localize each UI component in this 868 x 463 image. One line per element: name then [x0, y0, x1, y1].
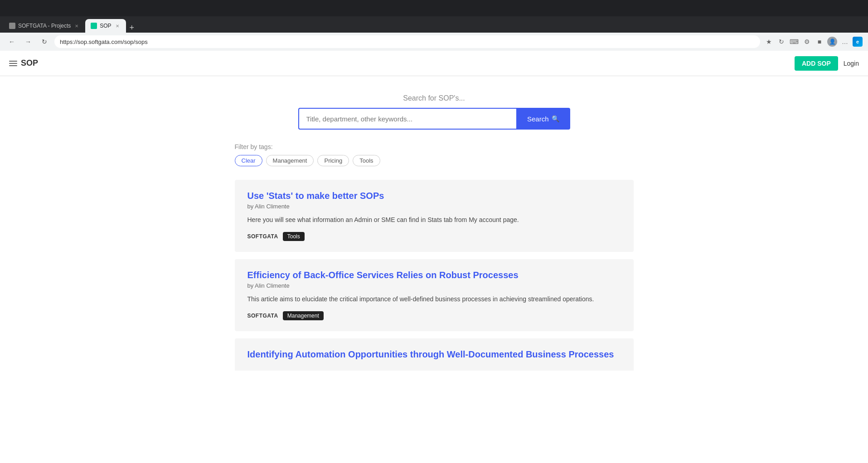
login-button[interactable]: Login — [844, 60, 859, 67]
hamburger-line-1 — [9, 61, 17, 62]
sop-card-2-author: by Alin Climente — [247, 282, 621, 289]
filter-tag-pricing[interactable]: Pricing — [317, 155, 349, 166]
browser-chrome — [0, 0, 868, 16]
app-logo: SOP — [9, 58, 38, 68]
hamburger-line-3 — [9, 65, 17, 66]
address-input[interactable] — [54, 35, 760, 48]
profile-icon[interactable]: 👤 — [827, 37, 837, 47]
sop-card-1-source: SOFTGATA — [247, 233, 278, 240]
sop-card-2-source: SOFTGATA — [247, 313, 278, 319]
search-button-label: Search — [527, 115, 549, 123]
search-section: Search for SOP's... Search 🔍 — [9, 94, 859, 130]
sop-card-2-description: This article aims to elucidate the criti… — [247, 294, 621, 304]
sop-card-1-author: by Alin Climente — [247, 203, 621, 210]
filter-tag-management[interactable]: Management — [266, 155, 314, 166]
main-content: Search for SOP's... Search 🔍 Filter by t… — [0, 76, 868, 463]
reload-button[interactable]: ↻ — [38, 35, 51, 48]
filter-section: Filter by tags: Clear Management Pricing… — [217, 143, 652, 166]
search-input[interactable] — [298, 108, 516, 130]
sop-card-2: Efficiency of Back-Office Services Relie… — [235, 259, 634, 331]
tab-softgata-label: SOFTGATA - Projects — [18, 23, 71, 29]
sop-card-2-title[interactable]: Efficiency of Back-Office Services Relie… — [247, 270, 621, 280]
sop-card-1-description: Here you will see what information an Ad… — [247, 215, 621, 225]
search-section-label: Search for SOP's... — [403, 94, 465, 102]
tab-sop[interactable]: SOP ✕ — [85, 19, 126, 33]
hamburger-line-2 — [9, 63, 17, 64]
sop-card-1-title[interactable]: Use 'Stats' to make better SOPs — [247, 191, 621, 201]
sop-card-2-footer: SOFTGATA Management — [247, 311, 621, 320]
app-title: SOP — [21, 58, 38, 68]
split-icon[interactable]: ⌨ — [789, 37, 799, 47]
sop-card-1-footer: SOFTGATA Tools — [247, 232, 621, 241]
filter-tag-clear[interactable]: Clear — [235, 155, 262, 166]
search-row: Search 🔍 — [298, 108, 570, 130]
edge-icon: e — [853, 37, 863, 47]
sop-card-3-title[interactable]: Identifying Automation Opportunities thr… — [247, 349, 621, 360]
tab-sop-label: SOP — [100, 23, 111, 29]
filter-label: Filter by tags: — [235, 143, 634, 150]
star-icon[interactable]: ★ — [764, 37, 774, 47]
tab-sop-close[interactable]: ✕ — [114, 23, 121, 29]
search-button[interactable]: Search 🔍 — [516, 108, 570, 130]
filter-tags: Clear Management Pricing Tools — [235, 155, 634, 166]
back-button[interactable]: ← — [5, 35, 18, 48]
sop-card-1: Use 'Stats' to make better SOPs by Alin … — [235, 180, 634, 252]
refresh-icon[interactable]: ↻ — [776, 37, 786, 47]
sop-list: Use 'Stats' to make better SOPs by Alin … — [217, 180, 652, 371]
extensions-icon[interactable]: ■ — [815, 37, 824, 47]
tab-softgata-favicon — [9, 23, 15, 29]
games-icon[interactable]: ⚙ — [802, 37, 812, 47]
address-bar: ← → ↻ ★ ↻ ⌨ ⚙ ■ 👤 … e — [0, 33, 868, 51]
sop-card-2-tag[interactable]: Management — [283, 311, 324, 320]
filter-tag-tools[interactable]: Tools — [353, 155, 380, 166]
forward-button[interactable]: → — [22, 35, 34, 48]
tab-sop-favicon — [91, 23, 97, 29]
browser-action-icons: ★ ↻ ⌨ ⚙ ■ 👤 … e — [764, 37, 863, 47]
sop-card-3: Identifying Automation Opportunities thr… — [235, 338, 634, 371]
sop-card-1-tag[interactable]: Tools — [283, 232, 305, 241]
app-navbar: SOP ADD SOP Login — [0, 51, 868, 76]
search-icon: 🔍 — [552, 115, 559, 122]
new-tab-button[interactable]: + — [126, 23, 138, 33]
app-nav-right: ADD SOP Login — [795, 56, 859, 71]
tab-softgata[interactable]: SOFTGATA - Projects ✕ — [4, 19, 85, 33]
tab-softgata-close[interactable]: ✕ — [73, 23, 80, 29]
hamburger-icon[interactable] — [9, 61, 17, 66]
more-menu-icon[interactable]: … — [840, 37, 850, 47]
add-sop-button[interactable]: ADD SOP — [795, 56, 838, 71]
tab-bar: SOFTGATA - Projects ✕ SOP ✕ + — [0, 16, 868, 33]
